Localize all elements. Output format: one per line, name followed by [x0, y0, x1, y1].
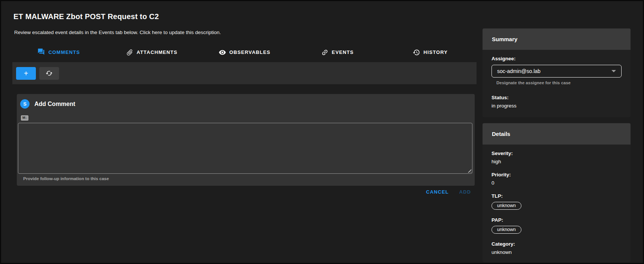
case-description[interactable]: Review escalated event details in the Ev…	[14, 30, 221, 35]
summary-card-title: Summary	[483, 28, 631, 50]
assignee-helper-text: Designate the assignee for this case	[496, 81, 622, 85]
history-icon	[413, 49, 420, 56]
tab-label: COMMENTS	[48, 49, 80, 55]
status-value: in progress	[492, 103, 622, 109]
comments-toolbar: +	[12, 62, 477, 84]
category-field: Category: unknown	[492, 241, 622, 255]
tab-label: HISTORY	[423, 49, 448, 55]
tab-observables[interactable]: OBSERVABLES	[198, 42, 291, 62]
tab-events[interactable]: EVENTS	[291, 42, 383, 62]
plus-icon: +	[24, 70, 28, 77]
tab-comments[interactable]: COMMENTS	[12, 42, 105, 62]
link-icon	[319, 47, 330, 57]
tab-history[interactable]: HISTORY	[384, 42, 477, 62]
pap-badge: unknown	[492, 226, 521, 234]
summary-card-body: Assignee: soc-admin@so.lab Designate the…	[483, 50, 631, 109]
details-card-title: Details	[483, 123, 631, 145]
markdown-icon: M↓	[21, 115, 28, 121]
case-detail-page: ET MALWARE Zbot POST Request to C2 Revie…	[0, 0, 644, 264]
category-label: Category:	[492, 241, 622, 247]
eye-icon	[219, 49, 226, 56]
chevron-down-icon	[611, 70, 616, 72]
status-block: Status: in progress	[492, 95, 622, 109]
priority-value: 0	[492, 180, 622, 186]
assignee-label: Assignee:	[492, 56, 622, 61]
add-button[interactable]: ADD	[459, 189, 471, 195]
tab-label: OBSERVABLES	[229, 49, 271, 55]
status-label: Status:	[492, 95, 622, 100]
pap-label: PAP:	[492, 217, 622, 223]
tab-attachments[interactable]: ATTACHMENTS	[105, 42, 198, 62]
priority-field: Priority: 0	[492, 172, 622, 186]
comment-helper-text: Provide follow-up information to this ca…	[23, 176, 109, 181]
avatar: S	[20, 99, 30, 109]
tlp-badge: unknown	[492, 202, 521, 210]
category-value: unknown	[492, 249, 622, 255]
comment-textarea[interactable]	[18, 123, 472, 174]
severity-value: high	[492, 159, 622, 164]
tlp-label: TLP:	[492, 193, 622, 199]
refresh-button[interactable]	[39, 67, 59, 80]
page-title: ET MALWARE Zbot POST Request to C2	[13, 12, 159, 21]
assignee-value: soc-admin@so.lab	[497, 68, 540, 74]
comments-icon	[37, 48, 45, 57]
attachment-icon	[124, 47, 135, 57]
add-comment-title: Add Comment	[34, 101, 75, 107]
tab-bar: COMMENTS ATTACHMENTS OBSERVABLES EVENTS …	[12, 42, 477, 62]
cancel-button[interactable]: CANCEL	[426, 189, 449, 195]
assignee-select[interactable]: soc-admin@so.lab	[492, 65, 622, 78]
refresh-icon	[46, 70, 53, 77]
add-comment-header: S Add Comment	[17, 94, 475, 109]
comment-form-actions: CANCEL ADD	[12, 189, 475, 195]
severity-field: Severity: high	[492, 151, 622, 164]
priority-label: Priority:	[492, 172, 622, 177]
details-card-body: Severity: high Priority: 0 TLP: unknown …	[483, 145, 631, 255]
details-card: Details Severity: high Priority: 0 TLP: …	[483, 123, 631, 263]
tab-label: ATTACHMENTS	[137, 49, 178, 55]
add-comment-button[interactable]: +	[16, 67, 36, 80]
add-comment-card: S Add Comment M↓ Provide follow-up infor…	[17, 94, 475, 186]
tlp-field: TLP: unknown	[492, 193, 622, 210]
tab-label: EVENTS	[332, 49, 354, 55]
pap-field: PAP: unknown	[492, 217, 622, 234]
severity-label: Severity:	[492, 151, 622, 156]
summary-card: Summary Assignee: soc-admin@so.lab Desig…	[483, 28, 631, 117]
